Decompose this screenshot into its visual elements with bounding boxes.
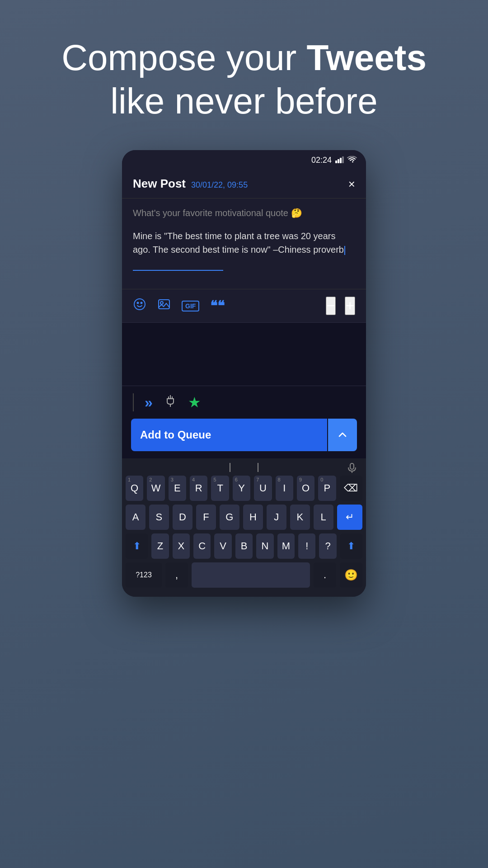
queue-chevron-button[interactable]	[328, 419, 357, 451]
key-e[interactable]: 3E	[169, 476, 186, 501]
svg-rect-2	[340, 158, 342, 163]
kb-bottom-row: ?123 , . 🙂	[122, 562, 366, 588]
svg-rect-7	[159, 300, 169, 309]
text-cursor	[344, 246, 345, 255]
minus-button[interactable]: −	[326, 297, 336, 315]
key-n[interactable]: N	[256, 533, 273, 559]
tweet-body[interactable]: Mine is "The best time to plant a tree w…	[133, 229, 355, 256]
svg-rect-1	[338, 159, 339, 163]
key-t[interactable]: 5T	[211, 476, 229, 501]
toolbar-right: − +	[326, 297, 355, 315]
svg-rect-3	[342, 156, 344, 163]
wifi-icon	[347, 156, 357, 165]
key-y[interactable]: 6Y	[233, 476, 250, 501]
image-button[interactable]	[157, 297, 171, 314]
signal-icon	[335, 156, 344, 165]
svg-point-5	[137, 302, 139, 304]
kb-cursor-left	[230, 463, 230, 472]
post-title: New Post	[133, 177, 186, 191]
key-r[interactable]: 4R	[190, 476, 207, 501]
kb-row-1: 1Q 2W 3E 4R 5T 6Y 7U 8I 9O 0P ⌫	[122, 476, 366, 501]
kb-cursor-right	[258, 463, 258, 472]
svg-point-6	[141, 302, 142, 304]
status-time: 02:24	[311, 156, 332, 165]
key-exclaim[interactable]: !	[298, 533, 315, 559]
hero-section: Compose your Tweets like never before	[34, 36, 454, 123]
key-z[interactable]: Z	[151, 533, 169, 559]
key-x[interactable]: X	[173, 533, 190, 559]
key-g[interactable]: G	[220, 505, 239, 530]
key-s[interactable]: S	[149, 505, 169, 530]
post-title-group: New Post 30/01/22, 09:55	[133, 177, 248, 191]
hero-line1: Compose your Tweets	[61, 36, 427, 80]
key-a[interactable]: A	[126, 505, 145, 530]
progress-line	[133, 270, 223, 271]
key-k[interactable]: K	[290, 505, 310, 530]
tweet-content: What's your favorite motivational quote …	[122, 198, 366, 289]
spacer-area	[122, 322, 366, 386]
add-to-queue-button[interactable]: Add to Queue	[131, 419, 327, 451]
key-shift-right[interactable]: ⬆	[340, 533, 362, 559]
kb-row-2: A S D F G H J K L ↵	[122, 505, 366, 530]
key-b[interactable]: B	[235, 533, 253, 559]
key-v[interactable]: V	[214, 533, 231, 559]
key-shift-left[interactable]: ⬆	[126, 533, 148, 559]
vertical-divider	[133, 393, 134, 411]
key-d[interactable]: D	[173, 505, 192, 530]
svg-point-4	[134, 299, 145, 310]
gif-button[interactable]: GIF	[182, 301, 199, 311]
kb-row-3: ⬆ Z X C V B N M ! ? ⬆	[122, 533, 366, 559]
svg-point-8	[160, 302, 163, 304]
key-enter[interactable]: ↵	[337, 505, 362, 530]
action-bar: » ★	[122, 386, 366, 419]
tweet-body-text: Mine is "The best time to plant a tree w…	[133, 231, 344, 255]
post-header: New Post 30/01/22, 09:55 ×	[122, 169, 366, 198]
key-c[interactable]: C	[193, 533, 211, 559]
key-f[interactable]: F	[196, 505, 216, 530]
close-button[interactable]: ×	[348, 178, 355, 190]
keyboard: 1Q 2W 3E 4R 5T 6Y 7U 8I 9O 0P ⌫ A S D F …	[122, 458, 366, 597]
key-p[interactable]: 0P	[318, 476, 336, 501]
key-i[interactable]: 8I	[276, 476, 293, 501]
quote-button[interactable]: ❝❝	[210, 298, 225, 314]
key-m[interactable]: M	[277, 533, 295, 559]
status-bar: 02:24	[122, 150, 366, 169]
plus-button[interactable]: +	[345, 297, 355, 315]
microphone-icon[interactable]	[347, 463, 357, 476]
add-to-queue-row: Add to Queue	[122, 419, 366, 458]
key-backspace[interactable]: ⌫	[340, 476, 362, 501]
key-j[interactable]: J	[267, 505, 286, 530]
key-symbols[interactable]: ?123	[126, 562, 162, 588]
key-o[interactable]: 9O	[297, 476, 314, 501]
key-q[interactable]: 1Q	[126, 476, 143, 501]
post-timestamp: 30/01/22, 09:55	[191, 180, 248, 190]
key-space[interactable]	[192, 562, 310, 588]
svg-rect-13	[350, 463, 354, 469]
status-icons	[335, 156, 357, 165]
key-period[interactable]: .	[314, 562, 336, 588]
emoji-button[interactable]	[133, 297, 146, 314]
phone-mockup: 02:24 New Post	[122, 150, 366, 597]
key-comma[interactable]: ,	[165, 562, 188, 588]
key-u[interactable]: 7U	[254, 476, 272, 501]
key-emoji[interactable]: 🙂	[340, 562, 362, 588]
key-w[interactable]: 2W	[147, 476, 164, 501]
toolbar-left: GIF ❝❝	[133, 297, 225, 314]
hero-line2: like never before	[61, 80, 427, 123]
hero-bold-text: Tweets	[307, 38, 427, 78]
chevrons-button[interactable]: »	[145, 394, 153, 411]
svg-rect-0	[335, 160, 337, 163]
key-question[interactable]: ?	[319, 533, 336, 559]
key-h[interactable]: H	[243, 505, 263, 530]
tweet-first-line: What's your favorite motivational quote …	[133, 208, 355, 218]
key-l[interactable]: L	[314, 505, 333, 530]
hero-plain-text: Compose your	[61, 38, 306, 78]
star-button[interactable]: ★	[188, 394, 201, 411]
plug-button[interactable]	[164, 394, 177, 411]
kb-top-bar	[122, 463, 366, 472]
compose-toolbar: GIF ❝❝ − +	[122, 289, 366, 322]
